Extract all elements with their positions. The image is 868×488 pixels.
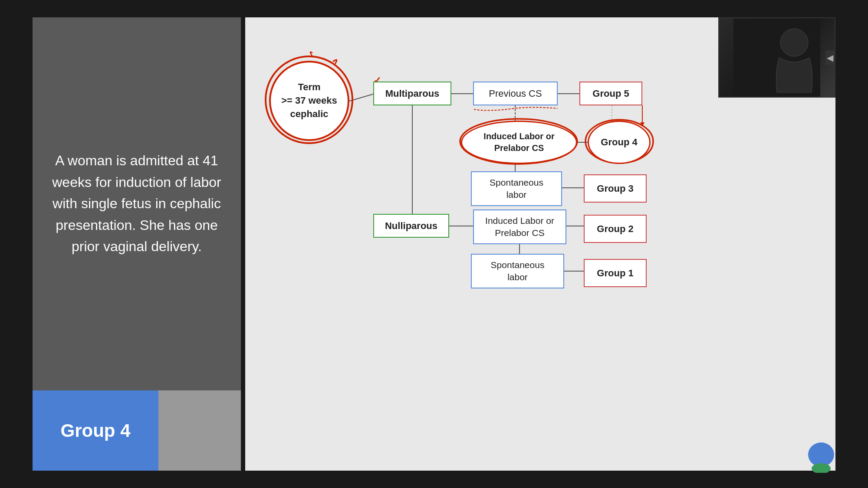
bottom-boxes: Group 4: [33, 390, 241, 471]
induced-multi-box: Induced Labor orPrelabor CS: [461, 121, 577, 164]
group5-label: Group 5: [592, 88, 629, 99]
main-container: A woman is admitted at 41 weeks for indu…: [33, 17, 835, 471]
spontaneous-null-box: Spontaneouslabor: [471, 254, 564, 288]
term-circle-text: TermTerm >= 37 weeks cephalic>= 37 weeks…: [281, 81, 337, 121]
camera-arrow: ◀: [825, 50, 835, 65]
nulliparous-box: Nulliparous: [373, 214, 449, 238]
group2-label: Group 2: [597, 223, 633, 235]
nulliparous-label: Nulliparous: [385, 220, 437, 232]
group3-box: Group 3: [584, 174, 647, 203]
group1-box: Group 1: [584, 259, 647, 287]
left-panel: A woman is admitted at 41 weeks for indu…: [33, 17, 241, 471]
group4-circle: Group 4: [588, 121, 651, 164]
multiparous-box: Multiparous: [373, 82, 451, 105]
svg-point-18: [780, 29, 808, 56]
camera-feed: ◀: [718, 17, 835, 98]
group4-circle-label: Group 4: [601, 137, 637, 148]
svg-point-19: [808, 442, 834, 467]
spontaneous-null-text: Spontaneouslabor: [491, 259, 545, 284]
spontaneous-multi-text: Spontaneouslabor: [490, 177, 543, 201]
induced-null-text: Induced Labor orPrelabor CS: [485, 215, 554, 239]
app-icon: [807, 442, 835, 473]
group1-label: Group 1: [597, 268, 633, 279]
induced-multi-text: Induced Labor orPrelabor CS: [483, 131, 554, 154]
description-text: A woman is admitted at 41 weeks for indu…: [48, 150, 226, 258]
group4-answer-box: Group 4: [33, 390, 158, 471]
multiparous-label: Multiparous: [385, 88, 440, 99]
group3-label: Group 3: [597, 183, 633, 194]
induced-null-box: Induced Labor orPrelabor CS: [473, 210, 566, 244]
previous-cs-label: Previous CS: [489, 88, 542, 99]
group4-answer-label: Group 4: [60, 420, 130, 441]
group5-box: Group 5: [579, 82, 642, 105]
camera-person-view: [719, 18, 835, 97]
group2-box: Group 2: [584, 215, 647, 243]
description-box: A woman is admitted at 41 weeks for indu…: [33, 17, 241, 390]
bottom-right-icon: [807, 442, 835, 471]
person-silhouette-svg: [733, 19, 820, 97]
spontaneous-multi-box: Spontaneouslabor: [471, 171, 562, 206]
previous-cs-box: Previous CS: [473, 82, 558, 105]
term-circle: TermTerm >= 37 weeks cephalic>= 37 weeks…: [269, 61, 349, 141]
gray-placeholder-box: [158, 390, 241, 471]
